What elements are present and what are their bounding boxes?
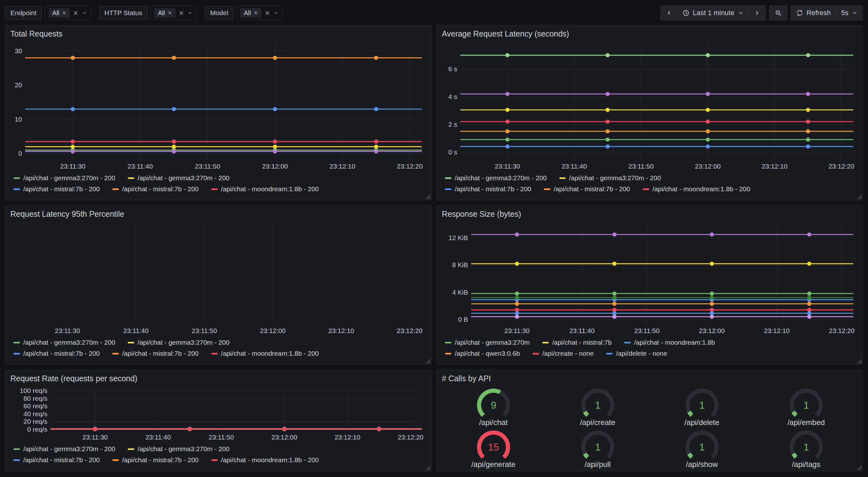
svg-text:20: 20: [15, 81, 22, 89]
legend-item[interactable]: /api/chat - gemma3:270m - 200: [128, 339, 229, 346]
remove-chip-icon[interactable]: ×: [168, 9, 172, 17]
filter-value-model[interactable]: All××: [236, 6, 282, 20]
legend-item[interactable]: /api/chat - mistral:7b: [542, 339, 612, 346]
clear-filter-icon[interactable]: ×: [179, 9, 184, 17]
legend-item[interactable]: /api/chat - gemma3:270m - 200: [559, 174, 661, 182]
refresh-button[interactable]: Refresh: [791, 6, 836, 20]
legend-item[interactable]: /api/chat - gemma3:270m - 200: [445, 174, 547, 182]
legend-row: /api/chat - gemma3:270m - 200/api/chat -…: [13, 174, 426, 182]
svg-text:0: 0: [18, 150, 22, 157]
svg-text:23:11:40: 23:11:40: [146, 434, 171, 441]
legend-item[interactable]: /api/chat - mistral:7b - 200: [113, 350, 199, 357]
remove-chip-icon[interactable]: ×: [254, 9, 258, 17]
filter-group-http-status: HTTP StatusAll××: [99, 6, 197, 20]
zoom-out-icon: [775, 9, 782, 17]
panel-title[interactable]: # Calls by API: [442, 374, 491, 383]
series-color-marker: [13, 448, 20, 450]
legend-row: /api/chat - gemma3:270m - 200/api/chat -…: [13, 339, 426, 346]
time-controls: Last 1 minute: [660, 5, 863, 21]
svg-text:23:11:40: 23:11:40: [562, 162, 587, 170]
gauge-value: 9: [491, 400, 496, 411]
clear-filter-icon[interactable]: ×: [73, 9, 78, 17]
legend-item[interactable]: /api/chat - mistral:7b - 200: [113, 456, 199, 464]
series-label: /api/chat - gemma3:270m - 200: [23, 445, 115, 453]
legend-item[interactable]: /api/chat - gemma3:270m: [445, 339, 530, 346]
svg-text:23:11:30: 23:11:30: [504, 327, 529, 334]
series-label: /api/chat - mistral:7b: [552, 339, 612, 346]
filter-chip[interactable]: All×: [154, 8, 175, 18]
legend-item[interactable]: /api/chat - gemma3:270m - 200: [13, 174, 115, 182]
legend-item[interactable]: /api/chat - mistral:7b - 200: [445, 185, 531, 193]
chevron-down-icon[interactable]: [82, 10, 87, 16]
svg-text:80 req/s: 80 req/s: [24, 395, 48, 402]
panel-header: Request Rate (requests per second): [5, 372, 431, 386]
chart-legend: /api/chat - gemma3:270m - 200/api/chat -…: [10, 171, 426, 197]
series-label: /api/chat - mistral:7b - 200: [23, 185, 100, 193]
panel-header: Response Size (bytes): [437, 208, 863, 221]
legend-item[interactable]: /api/chat - mistral:7b - 200: [13, 350, 100, 357]
legend-item[interactable]: /api/chat - moondream:1.8b: [624, 339, 715, 346]
legend-item[interactable]: /api/chat - moondream:1.8b - 200: [211, 350, 319, 357]
panel-calls-by-api: # Calls by API 9/api/chat1/api/create1/a…: [436, 370, 863, 471]
panel-title[interactable]: Average Request Latency (seconds): [442, 29, 569, 38]
series-color-marker: [113, 459, 119, 461]
legend-item[interactable]: /api/chat - gemma3:270m - 200: [13, 339, 115, 346]
legend-row: /api/chat - qwen3:0.6b/api/create - none…: [445, 350, 858, 357]
legend-item[interactable]: /api/chat - mistral:7b - 200: [13, 456, 100, 464]
legend-item[interactable]: /api/chat - moondream:1.8b - 200: [211, 456, 319, 464]
legend-row: /api/chat - mistral:7b - 200/api/chat - …: [445, 185, 858, 193]
gauge-label: /api/embed: [787, 418, 825, 427]
remove-chip-icon[interactable]: ×: [62, 9, 66, 17]
legend-item[interactable]: /api/chat - gemma3:270m - 200: [128, 174, 229, 182]
legend-item[interactable]: /api/chat - gemma3:270m - 200: [128, 445, 229, 453]
chart-canvas[interactable]: 23:11:3023:11:4023:11:5023:12:0023:12:10…: [442, 221, 858, 335]
gauge-label: /api/create: [580, 418, 615, 427]
chart-canvas[interactable]: 23:11:3023:11:4023:11:5023:12:0023:12:10…: [10, 386, 426, 442]
gauge-grid: 9/api/chat1/api/create1/api/delete1/api/…: [437, 386, 863, 469]
filter-chip[interactable]: All×: [49, 8, 70, 18]
gauge-label: /api/show: [686, 460, 718, 469]
svg-text:23:12:00: 23:12:00: [272, 434, 297, 441]
legend-item[interactable]: /api/create - none: [533, 350, 594, 357]
refresh-interval-picker[interactable]: 5s: [836, 6, 863, 20]
legend-item[interactable]: /api/chat - gemma3:270m - 200: [13, 445, 115, 453]
clear-filter-icon[interactable]: ×: [265, 9, 270, 17]
panel-title[interactable]: Request Rate (requests per second): [10, 374, 137, 383]
series-color-marker: [445, 188, 451, 190]
chevron-down-icon[interactable]: [273, 10, 278, 16]
svg-text:23:11:50: 23:11:50: [634, 327, 659, 334]
chart-canvas[interactable]: 23:11:3023:11:4023:11:5023:12:0023:12:10…: [10, 221, 426, 335]
series-color-marker: [445, 342, 451, 344]
time-shift-back-button[interactable]: [661, 6, 677, 20]
zoom-out-time-button[interactable]: [769, 6, 787, 20]
legend-item[interactable]: /api/delete - none: [606, 350, 667, 357]
filter-value-endpoint[interactable]: All××: [45, 6, 91, 20]
legend-item[interactable]: /api/chat - mistral:7b - 200: [113, 185, 199, 193]
svg-text:40 req/s: 40 req/s: [24, 410, 48, 417]
legend-item[interactable]: /api/chat - qwen3:0.6b: [445, 350, 520, 357]
legend-item[interactable]: /api/chat - moondream:1.8b - 200: [211, 185, 319, 193]
filter-label-http-status: HTTP Status: [99, 6, 148, 20]
series-label: /api/chat - moondream:1.8b - 200: [221, 456, 319, 464]
panel-title[interactable]: Total Requests: [10, 29, 62, 38]
svg-text:23:12:00: 23:12:00: [695, 162, 721, 170]
legend-item[interactable]: /api/chat - mistral:7b - 200: [544, 185, 630, 193]
filter-value-http-status[interactable]: All××: [150, 6, 196, 20]
filter-chip[interactable]: All×: [240, 8, 261, 18]
chart-canvas[interactable]: 23:11:3023:11:4023:11:5023:12:0023:12:10…: [442, 41, 858, 171]
legend-item[interactable]: /api/chat - mistral:7b - 200: [13, 185, 100, 193]
svg-text:23:12:10: 23:12:10: [330, 162, 355, 170]
series-color-marker: [13, 188, 20, 190]
chevron-down-icon[interactable]: [187, 10, 192, 16]
chart-canvas[interactable]: 23:11:3023:11:4023:11:5023:12:0023:12:10…: [10, 41, 426, 171]
panel-title[interactable]: Request Latency 95th Percentile: [10, 210, 124, 219]
time-shift-forward-button[interactable]: [749, 6, 765, 20]
series-label: /api/delete - none: [616, 350, 667, 357]
time-range-picker[interactable]: Last 1 minute: [677, 6, 749, 20]
svg-text:23:12:10: 23:12:10: [764, 327, 790, 334]
panel-body: 23:11:3023:11:4023:11:5023:12:0023:12:10…: [437, 41, 863, 198]
series-color-marker: [128, 342, 134, 344]
legend-item[interactable]: /api/chat - moondream:1.8b - 200: [643, 185, 750, 193]
series-color-marker: [13, 459, 20, 461]
panel-title[interactable]: Response Size (bytes): [442, 210, 521, 219]
